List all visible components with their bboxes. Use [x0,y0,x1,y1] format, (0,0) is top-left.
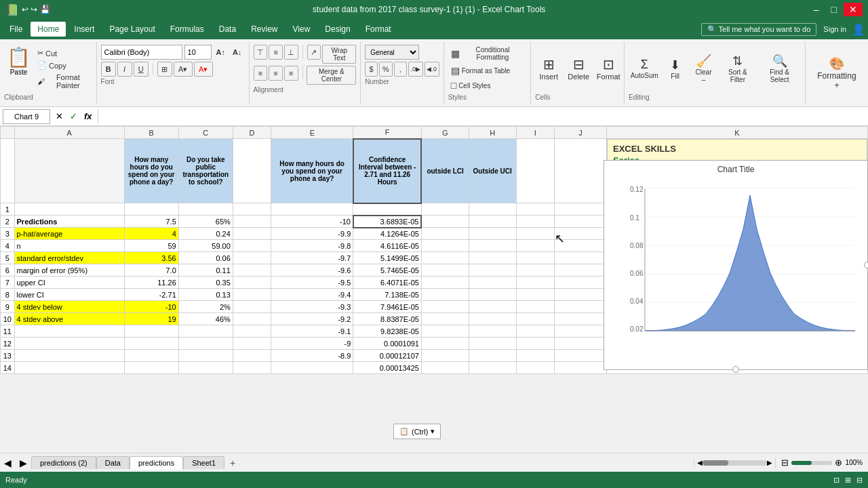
cell-c8[interactable]: 0.13 [178,289,233,301]
cell-g-header[interactable]: outside LCI [421,139,469,203]
cell-e2[interactable]: -10 [271,216,353,228]
cell-a3[interactable]: p-hat/average [14,228,124,240]
cell-d10[interactable] [233,313,271,325]
fill-btn[interactable]: ⬇ Fill [662,56,689,82]
sheet-tab-data[interactable]: Data [96,456,130,469]
cell-e12[interactable]: -9 [271,338,353,350]
cell-b3[interactable]: 4 [124,228,178,240]
next-sheet-btn[interactable]: ▶ [16,456,31,470]
bold-btn[interactable]: B [101,62,116,77]
formula-input[interactable] [102,109,201,124]
scroll-left-btn[interactable]: ◀ [697,459,703,466]
col-header-b[interactable]: B [124,127,178,139]
cell-i6[interactable] [516,264,554,277]
delete-btn[interactable]: ⊟ Delete [565,54,592,83]
cell-a5[interactable]: standard error/stdev [14,252,124,264]
cell-d7[interactable] [233,277,271,289]
format-painter-button[interactable]: 🖌Format Painter [35,72,92,91]
cell-f12[interactable]: 0.0001091 [353,338,422,350]
cell-g12[interactable] [421,338,469,350]
wrap-text-btn[interactable]: Wrap Text [322,45,356,64]
underline-btn[interactable]: U [134,62,149,77]
menu-review[interactable]: Review [244,22,284,37]
cell-b8[interactable]: -2.71 [124,289,178,301]
col-header-i[interactable]: I [516,127,554,139]
cell-h2[interactable] [469,216,516,228]
cell-e13[interactable]: -8.9 [271,350,353,362]
cell-i1[interactable] [516,203,554,216]
col-header-e[interactable]: E [271,127,353,139]
fill-color-btn[interactable]: A▾ [174,62,193,77]
cell-j7[interactable] [555,277,607,289]
prev-sheet-btn[interactable]: ◀ [0,456,16,470]
paste-popup[interactable]: 📋 (Ctrl) ▾ [393,424,441,439]
align-top-btn[interactable]: ⊤ [254,45,268,60]
formula-confirm-btn[interactable]: ✓ [67,110,80,123]
border-btn[interactable]: ⊞ [157,62,172,77]
cell-g7[interactable] [421,277,469,289]
cell-i14[interactable] [516,362,554,374]
cell-h10[interactable] [469,313,516,325]
cell-c14[interactable] [178,362,233,374]
cell-b2[interactable]: 7.5 [124,216,178,228]
comma-btn[interactable]: , [394,62,407,77]
tell-me-search[interactable]: 🔍 Tell me what you want to do [701,23,817,36]
text-direction-btn[interactable]: ↗ [307,45,321,60]
cell-i4[interactable] [516,240,554,252]
cell-g1[interactable] [421,203,469,216]
cell-c-header[interactable]: Do you take public transportation to sch… [178,139,233,203]
cell-c9[interactable]: 2% [178,301,233,313]
cell-d12[interactable] [233,338,271,350]
cell-c4[interactable]: 59.00 [178,240,233,252]
cell-a14[interactable] [14,362,124,374]
cell-h4[interactable] [469,240,516,252]
zoom-out-btn[interactable]: ⊟ [781,458,789,468]
cell-b11[interactable] [124,325,178,338]
cell-g10[interactable] [421,313,469,325]
cell-a4[interactable]: n [14,240,124,252]
cell-j4[interactable] [555,240,607,252]
cell-h3[interactable] [469,228,516,240]
cell-c1[interactable] [178,203,233,216]
scroll-thumb-h[interactable] [703,460,767,466]
cell-j8[interactable] [555,289,607,301]
cell-a6[interactable]: margin of error (95%) [14,264,124,277]
cell-i13[interactable] [516,350,554,362]
cell-c12[interactable] [178,338,233,350]
cell-h1[interactable] [469,203,516,216]
sign-in[interactable]: Sign in [823,25,846,33]
cell-i10[interactable] [516,313,554,325]
menu-formulas[interactable]: Formulas [163,22,211,37]
cell-d3[interactable] [233,228,271,240]
cell-a11[interactable] [14,325,124,338]
cell-h12[interactable] [469,338,516,350]
cell-i3[interactable] [516,228,554,240]
cell-b12[interactable] [124,338,178,350]
cell-d2[interactable] [233,216,271,228]
align-left-btn[interactable]: ≡ [254,66,268,81]
cell-c11[interactable] [178,325,233,338]
col-header-c[interactable]: C [178,127,233,139]
cell-j11[interactable] [555,325,607,338]
menu-page-layout[interactable]: Page Layout [102,22,161,37]
insert-btn[interactable]: ⊞ Insert [535,54,562,83]
merge-center-btn[interactable]: Merge & Center [307,66,356,85]
sheet-tab-predictions2[interactable]: predictions (2) [31,456,96,469]
col-header-a[interactable]: A [14,127,124,139]
cell-d8[interactable] [233,289,271,301]
paste-button[interactable]: 📋 Paste [4,45,33,77]
cell-c7[interactable]: 0.35 [178,277,233,289]
cell-e9[interactable]: -9.3 [271,301,353,313]
cell-j3[interactable] [555,228,607,240]
cell-f2[interactable]: 3.6893E-05 [353,216,422,228]
cell-a8[interactable]: lower CI [14,289,124,301]
cell-e1[interactable] [271,203,353,216]
cell-a9[interactable]: 4 stdev below [14,301,124,313]
cell-j1[interactable] [555,203,607,216]
name-box[interactable] [3,109,50,124]
cell-e11[interactable]: -9.1 [271,325,353,338]
cell-f8[interactable]: 7.138E-05 [353,289,422,301]
align-right-btn[interactable]: ≡ [284,66,298,81]
cell-b7[interactable]: 11.26 [124,277,178,289]
cell-b13[interactable] [124,350,178,362]
